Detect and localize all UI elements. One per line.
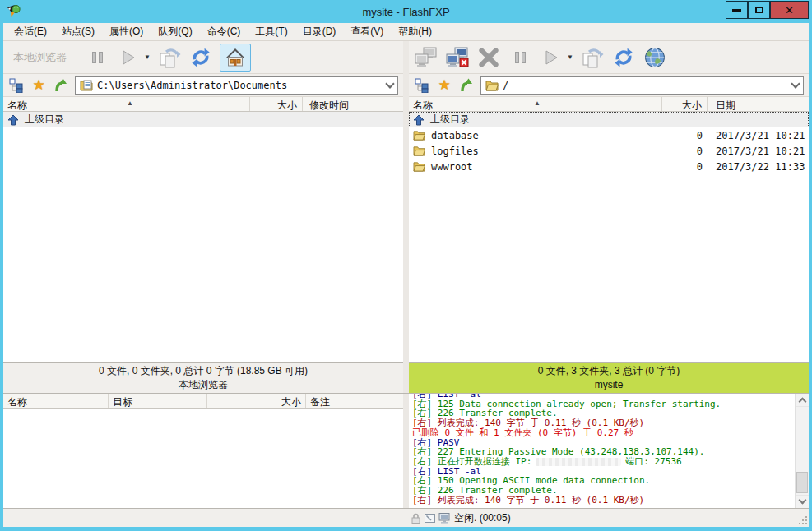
file-row-database[interactable]: database 0 2017/3/21 10:21	[409, 127, 809, 143]
folder-tree-icon	[9, 78, 24, 93]
file-date: 2017/3/21 10:21	[708, 145, 809, 157]
menu-help[interactable]: 帮助(H)	[391, 22, 439, 41]
local-pane: 本地浏览器 ▼	[3, 41, 403, 393]
favorites-star-button[interactable]: ★	[30, 77, 47, 94]
chevron-down-icon[interactable]	[791, 79, 800, 88]
queue-col-target[interactable]: 目标	[109, 394, 207, 408]
refresh-icon	[613, 47, 634, 68]
resize-grip[interactable]	[799, 516, 808, 525]
remote-pause-button[interactable]	[508, 44, 532, 72]
menu-tools[interactable]: 工具(T)	[248, 22, 295, 41]
remote-play-dropdown-caret[interactable]: ▼	[567, 53, 573, 61]
remote-up-directory-button[interactable]	[458, 77, 475, 94]
folder-icon	[485, 80, 499, 91]
local-file-list[interactable]: 上级目录	[3, 112, 403, 362]
file-size: 0	[662, 161, 708, 173]
menu-view[interactable]: 查看(V)	[343, 22, 391, 41]
abort-button[interactable]	[476, 44, 501, 72]
pane-splitter[interactable]	[403, 41, 409, 393]
play-icon	[543, 49, 559, 66]
log-line-pre: [右] 正在打开数据连接 IP:	[412, 456, 531, 467]
world-button[interactable]	[643, 44, 667, 72]
remote-col-date[interactable]: 日期	[708, 97, 809, 111]
minimize-button[interactable]	[726, 1, 748, 19]
remote-addressbar: ★ /	[409, 74, 809, 97]
remote-folder-tree-button[interactable]	[414, 77, 430, 94]
menu-commands[interactable]: 命令(C)	[200, 22, 248, 41]
queue-header: 名称 目标 大小 备注	[3, 394, 403, 409]
parent-dir-label: 上级目录	[430, 113, 470, 127]
file-size: 0	[662, 130, 708, 141]
remote-parent-dir-row[interactable]: 上级目录	[409, 112, 809, 127]
file-name: wwwroot	[431, 161, 473, 173]
remote-file-list[interactable]: 上级目录 database 0 2017/3/21 10:21 logfiles	[409, 112, 809, 362]
menu-options[interactable]: 属性(O)	[102, 22, 151, 41]
censored-ip	[536, 458, 621, 466]
queue-col-remark[interactable]: 备注	[306, 394, 403, 408]
local-col-modified[interactable]: 修改时间	[303, 97, 403, 111]
remote-queue-transfer-button[interactable]	[580, 44, 605, 72]
file-row-logfiles[interactable]: logfiles 0 2017/3/21 10:21	[409, 143, 809, 159]
queue-col-name[interactable]: 名称	[3, 394, 109, 408]
log-lines: [右] LIST -al [右] 125 Data connection alr…	[412, 394, 793, 505]
log-line: [右] 226 Transfer complete.	[412, 486, 793, 496]
play-dropdown-caret[interactable]: ▼	[144, 53, 151, 61]
chevron-up-icon	[798, 398, 806, 406]
home-button[interactable]	[220, 44, 251, 72]
remote-play-button[interactable]	[539, 44, 564, 72]
abort-x-icon	[478, 47, 499, 68]
window-controls: ✕	[726, 1, 809, 19]
local-toolbar: 本地浏览器 ▼	[3, 41, 403, 74]
remote-path-combobox[interactable]: /	[480, 76, 804, 95]
transfer-queue-icon	[158, 46, 181, 69]
parent-dir-label: 上级目录	[25, 113, 64, 127]
up-directory-button[interactable]	[53, 77, 69, 94]
close-icon: ✕	[785, 4, 794, 16]
log-scrollbar[interactable]	[795, 394, 809, 508]
close-button[interactable]: ✕	[770, 1, 809, 19]
disconnect-button[interactable]	[445, 44, 470, 72]
chevron-down-icon[interactable]	[385, 79, 394, 88]
menu-directory[interactable]: 目录(D)	[295, 22, 344, 41]
folder-tree-icon	[415, 78, 429, 93]
lock-icon	[410, 512, 422, 524]
log-line-post: 端口: 27536	[625, 456, 681, 467]
maximize-icon	[755, 7, 763, 13]
menu-queue[interactable]: 队列(Q)	[151, 22, 199, 41]
folder-tree-button[interactable]	[8, 77, 25, 94]
local-status-title: 本地浏览器	[179, 378, 228, 392]
home-icon	[225, 48, 246, 67]
up-directory-icon	[458, 77, 475, 94]
local-parent-dir-row[interactable]: 上级目录	[3, 112, 403, 127]
queue-transfer-button[interactable]	[157, 44, 182, 72]
refresh-button[interactable]	[188, 44, 213, 72]
menu-bar: 会话(E) 站点(S) 属性(O) 队列(Q) 命令(C) 工具(T) 目录(D…	[3, 23, 809, 41]
local-col-size[interactable]: 大小	[250, 97, 303, 111]
menu-sites[interactable]: 站点(S)	[54, 22, 102, 41]
globe-icon	[644, 47, 666, 68]
maximize-button[interactable]	[748, 1, 770, 19]
connect-icon	[415, 47, 438, 68]
bottom-splitter[interactable]	[403, 394, 409, 508]
queue-col-size[interactable]: 大小	[207, 394, 306, 408]
log-line: [右] 列表完成: 140 字节 于 0.11 秒 (0.1 KB/秒)	[412, 496, 793, 506]
pause-icon	[515, 52, 526, 63]
transfer-play-button[interactable]	[116, 44, 141, 72]
connect-button[interactable]	[414, 44, 438, 72]
remote-refresh-button[interactable]	[611, 44, 636, 72]
file-row-wwwroot[interactable]: wwwroot 0 2017/3/22 11:33	[409, 159, 809, 174]
scroll-down-button[interactable]	[796, 495, 809, 508]
file-date: 2017/3/21 10:21	[708, 130, 809, 141]
remote-col-size[interactable]: 大小	[662, 97, 708, 111]
pause-icon	[92, 52, 103, 63]
scroll-up-button[interactable]	[796, 394, 809, 407]
queue-list[interactable]	[3, 409, 403, 508]
scrollbar-thumb[interactable]	[796, 472, 808, 493]
remote-status-counts: 0 文件, 3 文件夹, 3 总计 (0 字节)	[538, 364, 680, 378]
pause-button[interactable]	[85, 44, 109, 72]
log-panel[interactable]: [右] LIST -al [右] 125 Data connection alr…	[409, 394, 809, 508]
remote-favorites-star-button[interactable]: ★	[436, 77, 452, 94]
menu-session[interactable]: 会话(E)	[7, 22, 54, 41]
log-line: [右] 正在打开数据连接 IP:端口: 27536	[412, 457, 793, 467]
local-path-combobox[interactable]: C:\Users\Administrator\Documents	[75, 76, 398, 95]
